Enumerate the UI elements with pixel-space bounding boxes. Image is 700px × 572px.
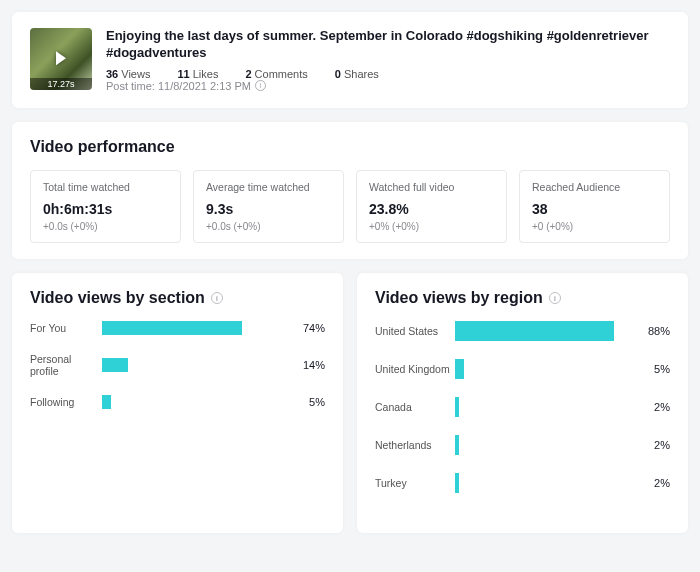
bar-label: For You xyxy=(30,322,102,334)
likes-stat: 11Likes xyxy=(177,68,230,80)
bar-fill xyxy=(455,359,464,379)
bar-label: Personal profile xyxy=(30,353,102,377)
bar-track xyxy=(455,473,636,493)
bar-track xyxy=(455,359,636,379)
views-stat: 36Views xyxy=(106,68,162,80)
video-thumbnail[interactable]: 17.27s xyxy=(30,28,92,90)
video-duration: 17.27s xyxy=(30,78,92,90)
section-chart-title: Video views by section i xyxy=(30,289,325,307)
bar-track xyxy=(455,435,636,455)
info-icon[interactable]: i xyxy=(211,292,223,304)
bar-label: United States xyxy=(375,325,455,337)
bar-track xyxy=(455,321,636,341)
metric-total-time: Total time watched 0h:6m:31s +0.0s (+0%) xyxy=(30,170,181,243)
region-chart-title: Video views by region i xyxy=(375,289,670,307)
bar-fill xyxy=(102,321,242,335)
bar-value: 14% xyxy=(291,359,325,371)
views-by-region-card: Video views by region i United States88%… xyxy=(357,273,688,533)
bar-track xyxy=(102,395,291,409)
bar-value: 74% xyxy=(291,322,325,334)
metric-avg-time: Average time watched 9.3s +0.0s (+0%) xyxy=(193,170,344,243)
bar-value: 2% xyxy=(636,477,670,489)
metric-reached: Reached Audience 38 +0 (+0%) xyxy=(519,170,670,243)
play-icon xyxy=(56,51,66,65)
bar-label: Following xyxy=(30,396,102,408)
bar-label: Netherlands xyxy=(375,439,455,451)
bar-value: 5% xyxy=(636,363,670,375)
bar-row: For You74% xyxy=(30,321,325,335)
bar-label: Canada xyxy=(375,401,455,413)
bar-row: Following5% xyxy=(30,395,325,409)
section-chart: For You74%Personal profile14%Following5% xyxy=(30,321,325,409)
video-title: Enjoying the last days of summer. Septem… xyxy=(106,28,670,62)
bar-row: United States88% xyxy=(375,321,670,341)
views-by-section-card: Video views by section i For You74%Perso… xyxy=(12,273,343,533)
info-icon[interactable]: i xyxy=(255,80,266,91)
region-chart: United States88%United Kingdom5%Canada2%… xyxy=(375,321,670,493)
bar-fill xyxy=(455,473,459,493)
video-header-card: 17.27s Enjoying the last days of summer.… xyxy=(12,12,688,108)
post-time: Post time: 11/8/2021 2:13 PM i xyxy=(106,80,670,92)
bar-row: United Kingdom5% xyxy=(375,359,670,379)
info-icon[interactable]: i xyxy=(549,292,561,304)
video-stats-row: 36Views 11Likes 2Comments 0Shares xyxy=(106,68,670,80)
video-performance-card: Video performance Total time watched 0h:… xyxy=(12,122,688,259)
performance-title: Video performance xyxy=(30,138,670,156)
bar-row: Canada2% xyxy=(375,397,670,417)
bar-value: 2% xyxy=(636,401,670,413)
bar-track xyxy=(455,397,636,417)
bar-value: 2% xyxy=(636,439,670,451)
performance-metrics: Total time watched 0h:6m:31s +0.0s (+0%)… xyxy=(30,170,670,243)
bar-fill xyxy=(455,435,459,455)
bar-label: United Kingdom xyxy=(375,363,455,375)
bar-track xyxy=(102,321,291,335)
bar-value: 88% xyxy=(636,325,670,337)
bar-track xyxy=(102,358,291,372)
comments-stat: 2Comments xyxy=(245,68,319,80)
bar-fill xyxy=(102,395,111,409)
bar-row: Turkey2% xyxy=(375,473,670,493)
bar-fill xyxy=(455,397,459,417)
bar-value: 5% xyxy=(291,396,325,408)
bar-fill xyxy=(102,358,128,372)
metric-watched-full: Watched full video 23.8% +0% (+0%) xyxy=(356,170,507,243)
bar-fill xyxy=(455,321,614,341)
bar-label: Turkey xyxy=(375,477,455,489)
bar-row: Netherlands2% xyxy=(375,435,670,455)
shares-stat: 0Shares xyxy=(335,68,391,80)
bar-row: Personal profile14% xyxy=(30,353,325,377)
